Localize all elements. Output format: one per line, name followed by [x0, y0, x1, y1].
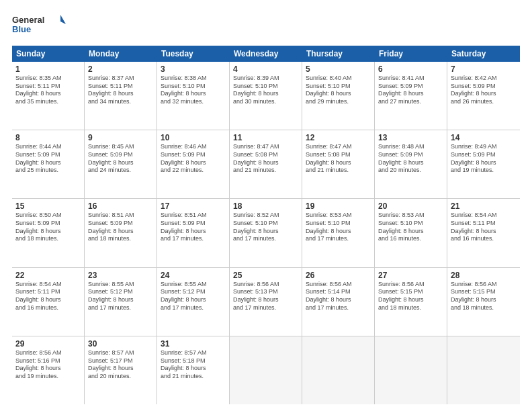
- sunset: Sunset: 5:13 PM: [233, 288, 298, 296]
- daylight: Daylight: 8 hours: [306, 90, 371, 98]
- daylight: Daylight: 8 hours: [451, 228, 517, 236]
- daylight2: and 27 minutes.: [378, 98, 443, 106]
- day-number: 12: [306, 133, 371, 142]
- daylight2: and 32 minutes.: [161, 98, 226, 106]
- daylight: Daylight: 8 hours: [88, 90, 153, 98]
- day-number: 23: [88, 271, 153, 280]
- daylight: Daylight: 8 hours: [15, 365, 81, 373]
- page: General Blue SundayMondayTuesdayWednesda…: [0, 0, 532, 411]
- daylight2: and 24 minutes.: [88, 167, 153, 175]
- daylight2: and 34 minutes.: [88, 98, 153, 106]
- daylight: Daylight: 8 hours: [161, 228, 226, 236]
- header-day-monday: Monday: [85, 46, 157, 62]
- day-number: 15: [15, 201, 81, 211]
- daylight: Daylight: 8 hours: [451, 296, 517, 304]
- calendar-cell: [447, 336, 520, 404]
- header: General Blue: [12, 12, 520, 39]
- week-row-5: 29 Sunrise: 8:56 AM Sunset: 5:16 PM Dayl…: [12, 336, 520, 404]
- calendar-cell: 27 Sunrise: 8:56 AM Sunset: 5:15 PM Dayl…: [375, 268, 447, 336]
- daylight: Daylight: 8 hours: [15, 228, 81, 236]
- sunset: Sunset: 5:12 PM: [161, 288, 226, 296]
- day-number: 9: [88, 133, 153, 142]
- week-row-3: 15 Sunrise: 8:50 AM Sunset: 5:09 PM Dayl…: [12, 199, 520, 267]
- daylight: Daylight: 8 hours: [161, 296, 226, 304]
- sunrise: Sunrise: 8:50 AM: [15, 212, 81, 220]
- day-number: 25: [233, 271, 298, 280]
- calendar-cell: 2 Sunrise: 8:37 AM Sunset: 5:11 PM Dayli…: [85, 62, 157, 130]
- daylight: Daylight: 8 hours: [233, 159, 298, 167]
- sunrise: Sunrise: 8:51 AM: [161, 212, 226, 220]
- daylight2: and 19 minutes.: [451, 167, 517, 175]
- calendar-cell: 10 Sunrise: 8:46 AM Sunset: 5:09 PM Dayl…: [157, 130, 230, 198]
- calendar-cell: 25 Sunrise: 8:56 AM Sunset: 5:13 PM Dayl…: [230, 268, 302, 336]
- calendar-cell: 31 Sunrise: 8:57 AM Sunset: 5:18 PM Dayl…: [157, 336, 230, 404]
- calendar-cell: [375, 336, 447, 404]
- day-number: 24: [161, 271, 226, 280]
- sunrise: Sunrise: 8:56 AM: [15, 349, 81, 357]
- daylight: Daylight: 8 hours: [88, 296, 153, 304]
- sunset: Sunset: 5:10 PM: [306, 83, 371, 91]
- daylight2: and 17 minutes.: [306, 304, 371, 312]
- day-number: 18: [233, 201, 298, 211]
- sunrise: Sunrise: 8:38 AM: [161, 75, 226, 83]
- sunrise: Sunrise: 8:54 AM: [15, 281, 81, 289]
- daylight2: and 16 minutes.: [378, 235, 443, 243]
- day-number: 7: [451, 64, 517, 74]
- sunrise: Sunrise: 8:44 AM: [15, 143, 81, 151]
- daylight2: and 22 minutes.: [161, 167, 226, 175]
- day-number: 14: [451, 133, 517, 142]
- day-number: 11: [233, 133, 298, 142]
- sunrise: Sunrise: 8:57 AM: [161, 349, 226, 357]
- calendar-header: SundayMondayTuesdayWednesdayThursdayFrid…: [12, 46, 520, 62]
- daylight: Daylight: 8 hours: [88, 365, 153, 373]
- week-row-1: 1 Sunrise: 8:35 AM Sunset: 5:11 PM Dayli…: [12, 62, 520, 130]
- day-number: 8: [15, 133, 81, 142]
- daylight2: and 17 minutes.: [306, 235, 371, 243]
- calendar-cell: 23 Sunrise: 8:55 AM Sunset: 5:12 PM Dayl…: [85, 268, 157, 336]
- sunrise: Sunrise: 8:48 AM: [378, 143, 443, 151]
- daylight2: and 21 minutes.: [306, 167, 371, 175]
- calendar-cell: 12 Sunrise: 8:47 AM Sunset: 5:08 PM Dayl…: [302, 130, 375, 198]
- daylight2: and 25 minutes.: [15, 167, 81, 175]
- sunrise: Sunrise: 8:49 AM: [451, 143, 517, 151]
- day-number: 21: [451, 201, 517, 211]
- day-number: 26: [306, 271, 371, 280]
- day-number: 2: [88, 64, 153, 74]
- day-number: 17: [161, 201, 226, 211]
- sunset: Sunset: 5:09 PM: [88, 151, 153, 159]
- daylight: Daylight: 8 hours: [15, 159, 81, 167]
- daylight2: and 17 minutes.: [233, 304, 298, 312]
- sunrise: Sunrise: 8:52 AM: [233, 212, 298, 220]
- sunrise: Sunrise: 8:40 AM: [306, 75, 371, 83]
- sunset: Sunset: 5:17 PM: [88, 357, 153, 365]
- logo: General Blue: [12, 12, 66, 39]
- daylight2: and 18 minutes.: [88, 235, 153, 243]
- sunrise: Sunrise: 8:47 AM: [306, 143, 371, 151]
- daylight2: and 16 minutes.: [451, 235, 517, 243]
- svg-marker-2: [60, 15, 66, 24]
- day-number: 27: [378, 271, 443, 280]
- calendar-cell: 29 Sunrise: 8:56 AM Sunset: 5:16 PM Dayl…: [12, 336, 85, 404]
- day-number: 4: [233, 64, 298, 74]
- calendar-cell: 11 Sunrise: 8:47 AM Sunset: 5:08 PM Dayl…: [230, 130, 302, 198]
- header-day-wednesday: Wednesday: [230, 46, 302, 62]
- sunrise: Sunrise: 8:54 AM: [451, 212, 517, 220]
- calendar-cell: 4 Sunrise: 8:39 AM Sunset: 5:10 PM Dayli…: [230, 62, 302, 130]
- svg-text:General: General: [12, 15, 44, 25]
- calendar-cell: 22 Sunrise: 8:54 AM Sunset: 5:11 PM Dayl…: [12, 268, 85, 336]
- day-number: 6: [378, 64, 443, 74]
- sunset: Sunset: 5:10 PM: [378, 220, 443, 228]
- calendar-cell: [230, 336, 302, 404]
- calendar-cell: [302, 336, 375, 404]
- sunset: Sunset: 5:15 PM: [451, 288, 517, 296]
- header-day-sunday: Sunday: [12, 46, 85, 62]
- calendar-cell: 24 Sunrise: 8:55 AM Sunset: 5:12 PM Dayl…: [157, 268, 230, 336]
- sunset: Sunset: 5:09 PM: [451, 83, 517, 91]
- day-number: 3: [161, 64, 226, 74]
- sunrise: Sunrise: 8:56 AM: [378, 281, 443, 289]
- header-day-friday: Friday: [375, 46, 447, 62]
- sunset: Sunset: 5:08 PM: [233, 151, 298, 159]
- sunset: Sunset: 5:16 PM: [15, 357, 81, 365]
- daylight2: and 16 minutes.: [15, 304, 81, 312]
- calendar-cell: 5 Sunrise: 8:40 AM Sunset: 5:10 PM Dayli…: [302, 62, 375, 130]
